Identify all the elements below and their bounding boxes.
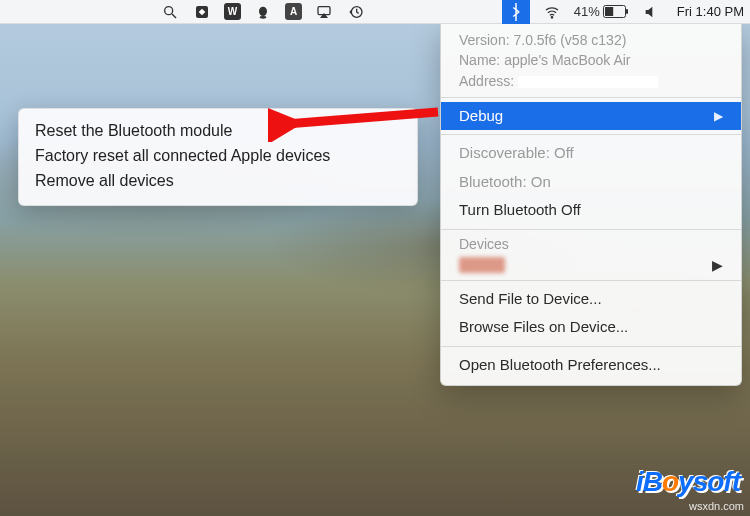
wifi-icon[interactable] (542, 2, 562, 22)
menu-separator (441, 280, 741, 281)
svg-line-11 (286, 112, 438, 124)
annotation-arrow (268, 102, 448, 142)
speaker-icon[interactable] (641, 2, 661, 22)
menu-item-open-prefs[interactable]: Open Bluetooth Preferences... (441, 351, 741, 380)
submenu-item-remove-all[interactable]: Remove all devices (35, 169, 401, 194)
timemachine-icon[interactable] (346, 2, 366, 22)
menu-item-label: Debug (459, 105, 503, 128)
watermark-site: wsxdn.com (689, 500, 744, 512)
watermark-brand: iBoysoft (636, 466, 740, 498)
qq-icon[interactable] (253, 2, 273, 22)
input-method-icon[interactable] (192, 2, 212, 22)
svg-line-1 (172, 14, 176, 18)
menu-item-discoverable: Discoverable: Off (441, 139, 741, 168)
redacted-device-name (459, 257, 505, 273)
redacted-address (518, 76, 658, 88)
device-row[interactable]: ▶ (441, 254, 741, 276)
menu-item-turn-off[interactable]: Turn Bluetooth Off (441, 196, 741, 225)
bluetooth-menu: Version: 7.0.5f6 (v58 c132) Name: apple'… (440, 24, 742, 386)
svg-point-7 (551, 16, 552, 17)
menubar: W A 41% Fri 1:40 PM (0, 0, 750, 24)
spotlight-icon[interactable] (160, 2, 180, 22)
menu-item-browse-files[interactable]: Browse Files on Device... (441, 313, 741, 342)
bt-version-line: Version: 7.0.5f6 (v58 c132) (459, 30, 723, 50)
menubar-right: 41% Fri 1:40 PM (502, 0, 744, 24)
bt-info-block: Version: 7.0.5f6 (v58 c132) Name: apple'… (441, 24, 741, 93)
battery-percent: 41% (574, 4, 600, 19)
menu-item-debug[interactable]: Debug ▶ (441, 102, 741, 131)
menu-item-bluetooth-state: Bluetooth: On (441, 168, 741, 197)
app-a-icon[interactable]: A (285, 3, 302, 20)
svg-rect-10 (626, 9, 628, 14)
airplay-icon[interactable] (314, 2, 334, 22)
chevron-right-icon: ▶ (712, 257, 723, 273)
bluetooth-icon[interactable] (502, 0, 530, 24)
svg-point-4 (260, 16, 267, 19)
svg-rect-9 (605, 7, 613, 16)
menu-separator (441, 229, 741, 230)
wps-icon[interactable]: W (224, 3, 241, 20)
battery-status[interactable]: 41% (574, 4, 629, 19)
svg-point-3 (259, 6, 267, 15)
chevron-right-icon: ▶ (714, 107, 723, 125)
submenu-item-factory-reset[interactable]: Factory reset all connected Apple device… (35, 144, 401, 169)
svg-point-0 (165, 6, 173, 14)
menu-separator (441, 97, 741, 98)
menubar-left: W A (160, 2, 366, 22)
menu-separator (441, 134, 741, 135)
menu-item-send-file[interactable]: Send File to Device... (441, 285, 741, 314)
menubar-clock[interactable]: Fri 1:40 PM (673, 4, 744, 19)
menu-separator (441, 346, 741, 347)
devices-header: Devices (441, 234, 741, 254)
bt-address-line: Address: (459, 71, 723, 91)
bt-name-line: Name: apple's MacBook Air (459, 50, 723, 70)
